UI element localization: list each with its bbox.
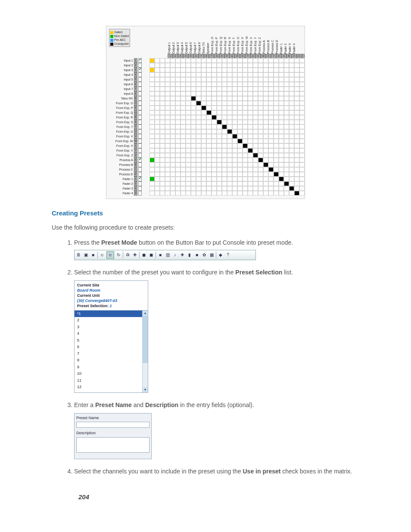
list-item[interactable]: 12 bbox=[75, 384, 148, 391]
crosspoint-cell[interactable] bbox=[253, 162, 258, 167]
crosspoint-cell[interactable] bbox=[155, 82, 160, 87]
crosspoint-cell[interactable] bbox=[248, 120, 253, 124]
crosspoint-cell[interactable] bbox=[284, 58, 289, 63]
crosspoint-cell[interactable] bbox=[227, 91, 232, 96]
crosspoint-cell[interactable] bbox=[181, 87, 186, 91]
crosspoint-cell[interactable] bbox=[186, 124, 191, 129]
crosspoint-cell[interactable] bbox=[175, 139, 181, 143]
crosspoint-cell[interactable] bbox=[191, 82, 196, 87]
crosspoint-cell[interactable] bbox=[227, 110, 232, 115]
crosspoint-cell[interactable] bbox=[196, 153, 201, 158]
crosspoint-cell[interactable] bbox=[279, 115, 284, 120]
preset-name-input[interactable] bbox=[76, 422, 149, 428]
crosspoint-cell[interactable] bbox=[294, 110, 299, 115]
crosspoint-cell[interactable] bbox=[268, 106, 274, 110]
crosspoint-cell[interactable] bbox=[258, 68, 263, 72]
crosspoint-cell[interactable] bbox=[253, 87, 258, 91]
crosspoint-cell[interactable] bbox=[227, 153, 232, 158]
crosspoint-cell[interactable] bbox=[212, 139, 217, 143]
crosspoint-cell[interactable] bbox=[243, 82, 248, 87]
crosspoint-cell[interactable] bbox=[232, 143, 237, 148]
crosspoint-cell[interactable] bbox=[170, 143, 175, 148]
crosspoint-cell[interactable] bbox=[170, 191, 175, 196]
crosspoint-cell[interactable] bbox=[289, 162, 294, 167]
crosspoint-cell[interactable] bbox=[196, 96, 201, 101]
crosspoint-cell[interactable] bbox=[165, 68, 170, 72]
crosspoint-cell[interactable] bbox=[181, 110, 186, 115]
crosspoint-cell[interactable] bbox=[237, 58, 243, 63]
crosspoint-cell[interactable] bbox=[201, 153, 206, 158]
crosspoint-cell[interactable] bbox=[170, 148, 175, 153]
crosspoint-cell[interactable] bbox=[206, 106, 212, 110]
crosspoint-cell[interactable] bbox=[299, 87, 305, 91]
crosspoint-cell[interactable] bbox=[294, 129, 299, 134]
crosspoint-cell[interactable] bbox=[279, 172, 284, 177]
crosspoint-cell[interactable] bbox=[212, 162, 217, 167]
crosspoint-cell[interactable] bbox=[149, 77, 155, 82]
crosspoint-cell[interactable] bbox=[227, 148, 232, 153]
crosspoint-cell[interactable] bbox=[206, 186, 212, 191]
crosspoint-cell[interactable] bbox=[274, 158, 279, 162]
crosspoint-cell[interactable] bbox=[294, 120, 299, 124]
crosspoint-cell[interactable] bbox=[212, 87, 217, 91]
crosspoint-cell[interactable] bbox=[253, 143, 258, 148]
crosspoint-cell[interactable] bbox=[284, 68, 289, 72]
crosspoint-cell[interactable] bbox=[237, 124, 243, 129]
use-in-preset-checkbox[interactable] bbox=[138, 134, 142, 139]
crosspoint-cell[interactable] bbox=[268, 63, 274, 68]
crosspoint-cell[interactable] bbox=[206, 172, 212, 177]
crosspoint-cell[interactable] bbox=[258, 158, 263, 162]
crosspoint-cell[interactable] bbox=[263, 115, 268, 120]
crosspoint-cell[interactable] bbox=[191, 77, 196, 82]
crosspoint-cell[interactable] bbox=[196, 172, 201, 177]
crosspoint-cell[interactable] bbox=[279, 186, 284, 191]
crosspoint-cell[interactable] bbox=[212, 148, 217, 153]
crosspoint-cell[interactable] bbox=[165, 87, 170, 91]
crosspoint-cell[interactable] bbox=[237, 101, 243, 106]
crosspoint-cell[interactable] bbox=[248, 110, 253, 115]
crosspoint-cell[interactable] bbox=[170, 91, 175, 96]
crosspoint-cell[interactable] bbox=[217, 115, 222, 120]
crosspoint-cell[interactable] bbox=[263, 101, 268, 106]
crosspoint-cell[interactable] bbox=[253, 63, 258, 68]
crosspoint-cell[interactable] bbox=[289, 68, 294, 72]
crosspoint-cell[interactable] bbox=[160, 129, 165, 134]
crosspoint-cell[interactable] bbox=[284, 77, 289, 82]
crosspoint-cell[interactable] bbox=[299, 77, 305, 82]
crosspoint-cell[interactable] bbox=[186, 186, 191, 191]
crosspoint-cell[interactable] bbox=[149, 158, 155, 162]
crosspoint-cell[interactable] bbox=[212, 177, 217, 181]
toolbar-button[interactable]: ✚ bbox=[132, 252, 138, 258]
crosspoint-cell[interactable] bbox=[191, 158, 196, 162]
crosspoint-cell[interactable] bbox=[258, 124, 263, 129]
crosspoint-cell[interactable] bbox=[186, 115, 191, 120]
crosspoint-cell[interactable] bbox=[279, 68, 284, 72]
crosspoint-cell[interactable] bbox=[201, 87, 206, 91]
crosspoint-cell[interactable] bbox=[217, 167, 222, 172]
crosspoint-cell[interactable] bbox=[248, 87, 253, 91]
crosspoint-cell[interactable] bbox=[201, 181, 206, 186]
crosspoint-cell[interactable] bbox=[191, 124, 196, 129]
crosspoint-cell[interactable] bbox=[253, 115, 258, 120]
crosspoint-cell[interactable] bbox=[258, 153, 263, 158]
crosspoint-cell[interactable] bbox=[212, 124, 217, 129]
crosspoint-cell[interactable] bbox=[212, 96, 217, 101]
crosspoint-cell[interactable] bbox=[258, 172, 263, 177]
crosspoint-cell[interactable] bbox=[170, 186, 175, 191]
crosspoint-cell[interactable] bbox=[155, 87, 160, 91]
crosspoint-cell[interactable] bbox=[217, 68, 222, 72]
crosspoint-cell[interactable] bbox=[165, 72, 170, 77]
crosspoint-cell[interactable] bbox=[155, 91, 160, 96]
crosspoint-cell[interactable] bbox=[232, 172, 237, 177]
crosspoint-cell[interactable] bbox=[258, 110, 263, 115]
use-in-preset-checkbox[interactable] bbox=[138, 167, 142, 172]
crosspoint-cell[interactable] bbox=[258, 181, 263, 186]
crosspoint-cell[interactable] bbox=[160, 148, 165, 153]
crosspoint-cell[interactable] bbox=[263, 158, 268, 162]
crosspoint-cell[interactable] bbox=[212, 120, 217, 124]
crosspoint-cell[interactable] bbox=[160, 139, 165, 143]
crosspoint-cell[interactable] bbox=[201, 120, 206, 124]
crosspoint-cell[interactable] bbox=[279, 143, 284, 148]
crosspoint-cell[interactable] bbox=[155, 158, 160, 162]
toolbar-button[interactable]: ✿ bbox=[201, 252, 207, 258]
